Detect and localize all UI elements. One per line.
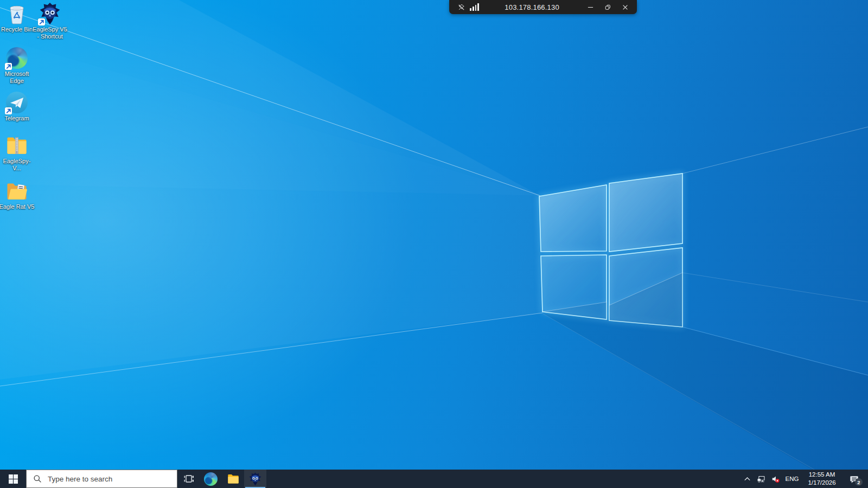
taskbar-app-file-explorer[interactable] <box>222 470 244 488</box>
eaglespy-owl-icon <box>248 472 262 486</box>
network-status-button[interactable] <box>754 470 768 488</box>
remote-desktop-screen: Recycle Bin EagleSpy V5 - Shortcut <box>0 0 868 488</box>
volume-muted-icon <box>771 474 780 484</box>
network-icon <box>757 474 766 484</box>
edge-icon <box>204 472 218 486</box>
taskbar-search[interactable] <box>26 470 177 488</box>
desktop-icon-eaglespy-zip[interactable]: EagleSpy-V... <box>0 134 35 172</box>
edge-icon <box>5 47 28 69</box>
start-button[interactable] <box>0 470 26 488</box>
clock-date: 1/17/2026 <box>808 479 835 487</box>
windows-start-icon <box>9 474 18 484</box>
pin-connection-bar-button[interactable] <box>452 2 470 12</box>
shortcut-arrow-icon <box>5 63 12 70</box>
desktop-icon-telegram[interactable]: Telegram <box>0 91 35 122</box>
pin-off-icon <box>457 3 465 11</box>
desktop-icon-microsoft-edge[interactable]: Microsoft Edge <box>0 47 35 85</box>
remote-connection-bar: 103.178.166.130 <box>449 0 637 14</box>
desktop-icon-label: Recycle Bin <box>1 26 33 33</box>
desktop-icon-label: Eagle Rat V5 <box>0 203 34 210</box>
zip-folder-icon <box>5 134 28 157</box>
search-icon <box>33 474 42 483</box>
desktop-icon-eagle-rat-folder[interactable]: Eagle Rat V5 <box>0 179 35 210</box>
task-view-icon <box>183 473 195 485</box>
connection-signal-icon <box>470 3 479 11</box>
language-indicator[interactable]: ENG <box>782 470 802 488</box>
clock[interactable]: 12:55 AM 1/17/2026 <box>802 470 842 488</box>
eaglespy-owl-icon <box>39 2 61 25</box>
desktop-icon-label: Telegram <box>4 115 29 122</box>
folder-icon <box>5 179 28 202</box>
recycle-bin-icon <box>5 2 28 25</box>
connection-minimize-button[interactable] <box>582 1 599 14</box>
connection-restore-button[interactable] <box>599 1 616 14</box>
desktop-icon-eaglespy-shortcut[interactable]: EagleSpy V5 - Shortcut <box>32 2 68 40</box>
desktop-icon-label: Microsoft Edge <box>0 70 35 85</box>
telegram-icon <box>5 91 28 114</box>
close-icon <box>621 3 630 12</box>
minimize-icon <box>586 3 595 12</box>
shortcut-arrow-icon <box>38 18 45 25</box>
volume-muted-button[interactable] <box>768 470 782 488</box>
taskbar-app-eaglespy[interactable] <box>244 470 266 488</box>
connection-ip-address: 103.178.166.130 <box>482 3 582 11</box>
connection-window-controls <box>582 1 634 14</box>
action-center-button[interactable]: 2 <box>842 470 866 488</box>
search-input[interactable] <box>47 474 168 484</box>
shortcut-arrow-icon <box>5 107 12 114</box>
restore-icon <box>603 3 612 12</box>
task-view-button[interactable] <box>177 470 200 488</box>
desktop-icon-recycle-bin[interactable]: Recycle Bin <box>0 2 35 33</box>
connection-close-button[interactable] <box>616 1 634 14</box>
desktop-wallpaper <box>0 0 868 488</box>
taskbar: ENG 12:55 AM 1/17/2026 2 <box>0 470 868 488</box>
show-hidden-icons-button[interactable] <box>740 470 754 488</box>
chevron-up-icon <box>743 474 752 484</box>
system-tray: ENG 12:55 AM 1/17/2026 2 <box>740 470 868 488</box>
desktop-icon-label: EagleSpy V5 - Shortcut <box>32 26 68 40</box>
notification-badge: 2 <box>855 478 863 486</box>
desktop-icon-label: EagleSpy-V... <box>0 158 35 172</box>
clock-time: 12:55 AM <box>809 471 835 479</box>
taskbar-app-edge[interactable] <box>200 470 222 488</box>
windows-logo-wallpaper-art <box>0 0 868 488</box>
file-explorer-icon <box>227 472 240 485</box>
